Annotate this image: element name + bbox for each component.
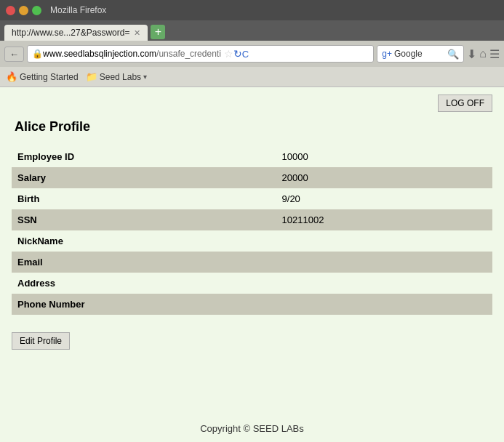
search-box[interactable]: g+ Google 🔍 [377, 45, 464, 63]
browser-icon: C [242, 49, 249, 60]
seed-labs-bookmark[interactable]: 📁 Seed Labs ▾ [86, 71, 147, 82]
table-row: NickName [12, 230, 492, 252]
field-label: Birth [12, 188, 276, 209]
refresh-icon[interactable]: ↻ [233, 48, 242, 60]
logoff-button[interactable]: LOG OFF [438, 95, 492, 112]
table-row: Salary20000 [12, 167, 492, 188]
folder-icon: 📁 [86, 71, 97, 82]
download-icon[interactable]: ⬇ [467, 47, 476, 61]
field-label: Address [12, 273, 276, 294]
url-security-icon: 🔒 [32, 49, 43, 59]
url-box[interactable]: 🔒 www.seedlabsqlinjection.com/unsafe_cre… [27, 45, 374, 63]
field-label: NickName [12, 230, 276, 252]
url-path: /unsafe_credenti [156, 49, 221, 59]
new-tab-button[interactable]: + [151, 25, 165, 39]
table-row: SSN10211002 [12, 209, 492, 230]
field-value: 10000 [276, 146, 492, 167]
browser-tab[interactable]: http://www.se...27&Password= ✕ [4, 25, 148, 41]
window-title: Mozilla Firefox [50, 5, 106, 15]
home-icon[interactable]: ⌂ [479, 47, 487, 60]
search-placeholder: Google [394, 49, 445, 59]
edit-profile-row: Edit Profile [12, 324, 492, 350]
bookmark-star-icon[interactable]: ☆ [224, 48, 233, 60]
field-value: 9/20 [276, 188, 492, 209]
getting-started-bookmark[interactable]: 🔥 Getting Started [6, 71, 79, 82]
getting-started-label: Getting Started [20, 72, 79, 82]
field-label: Salary [12, 167, 276, 188]
dropdown-arrow-icon: ▾ [143, 73, 147, 81]
field-value [276, 294, 492, 315]
table-row: Employee ID10000 [12, 146, 492, 167]
bookmarks-bar: 🔥 Getting Started 📁 Seed Labs ▾ [0, 67, 504, 87]
tab-close-icon[interactable]: ✕ [134, 28, 140, 38]
field-value [276, 273, 492, 294]
table-row: Phone Number [12, 294, 492, 315]
url-domain: www.seedlabsqlinjection.com [43, 49, 156, 59]
window-titlebar: Mozilla Firefox [0, 0, 504, 20]
tab-label: http://www.se...27&Password= [12, 28, 129, 38]
table-row: Email [12, 252, 492, 273]
tab-bar: http://www.se...27&Password= ✕ + [0, 20, 504, 41]
page-content: LOG OFF Alice Profile Employee ID10000Sa… [0, 87, 504, 414]
footer-text: Copyright © SEED LABs [200, 423, 304, 434]
seed-labs-label: Seed Labs [100, 72, 141, 82]
field-value: 20000 [276, 167, 492, 188]
field-value: 10211002 [276, 209, 492, 230]
table-row: Address [12, 273, 492, 294]
field-value [276, 230, 492, 252]
profile-title: Alice Profile [15, 119, 492, 134]
field-label: SSN [12, 209, 276, 230]
search-icon[interactable]: 🔍 [447, 49, 459, 60]
logoff-row: LOG OFF [12, 95, 492, 112]
google-g-icon: g+ [382, 49, 392, 59]
field-label: Email [12, 252, 276, 273]
maximize-button[interactable] [32, 6, 41, 15]
window-controls [6, 6, 41, 15]
page-footer: Copyright © SEED LABs [0, 414, 504, 442]
minimize-button[interactable] [19, 6, 28, 15]
profile-table: Employee ID10000Salary20000Birth9/20SSN1… [12, 146, 492, 315]
field-label: Employee ID [12, 146, 276, 167]
table-row: Birth9/20 [12, 188, 492, 209]
field-value [276, 252, 492, 273]
address-bar: ← 🔒 www.seedlabsqlinjection.com/unsafe_c… [0, 41, 504, 67]
field-label: Phone Number [12, 294, 276, 315]
menu-icon[interactable]: ☰ [489, 47, 500, 61]
url-text: www.seedlabsqlinjection.com/unsafe_crede… [43, 49, 221, 59]
edit-profile-button[interactable]: Edit Profile [12, 332, 70, 350]
back-button[interactable]: ← [4, 47, 24, 62]
firefox-icon: 🔥 [6, 71, 17, 82]
close-button[interactable] [6, 6, 15, 15]
